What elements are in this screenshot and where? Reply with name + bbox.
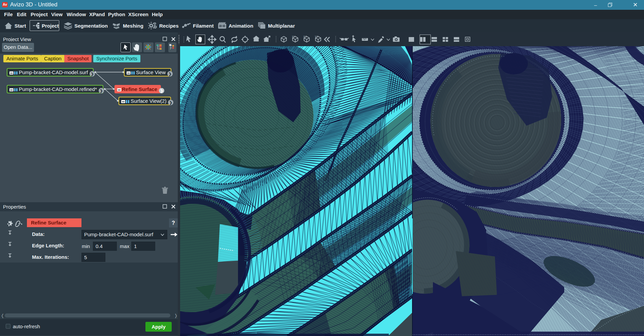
- svg-text:YZ: YZ: [315, 35, 318, 38]
- svg-text:XZ: XZ: [303, 35, 307, 38]
- svg-text:XY: XY: [292, 35, 296, 38]
